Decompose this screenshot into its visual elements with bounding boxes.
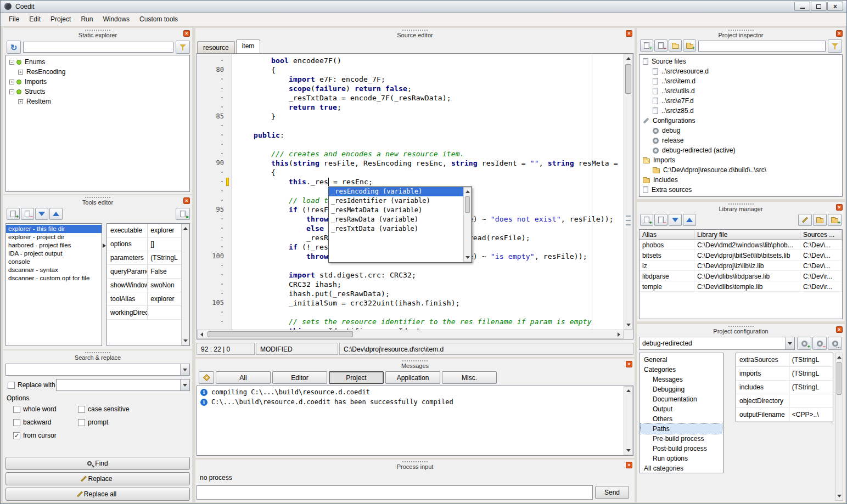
tool-list-item[interactable]: console — [6, 258, 102, 266]
menu-windows[interactable]: Windows — [98, 14, 134, 25]
project-tree-item[interactable]: Includes — [640, 175, 842, 185]
project-tree-item[interactable]: ..\src\z85.d — [640, 106, 842, 116]
add-folder-plus-button[interactable]: + — [683, 39, 696, 52]
category-item[interactable]: Documentation — [641, 394, 722, 404]
project-tree-item[interactable]: Imports — [640, 155, 842, 165]
checkbox-icon[interactable] — [78, 406, 85, 413]
tab-resource[interactable]: resource — [197, 41, 235, 53]
drag-grip-icon[interactable] — [728, 30, 754, 31]
option-checkbox-whole-word[interactable]: whole word — [13, 405, 78, 413]
drag-grip-icon[interactable] — [402, 461, 428, 462]
dropdown-button[interactable] — [180, 364, 189, 375]
category-item[interactable]: Output — [641, 404, 722, 414]
search-term-combo[interactable] — [5, 364, 190, 376]
scrollbar-thumb[interactable] — [625, 64, 631, 94]
category-item[interactable]: Debugging — [641, 384, 722, 394]
category-item[interactable]: Post-build process — [641, 444, 722, 454]
refresh-button[interactable]: ↻ — [7, 41, 21, 54]
code-line[interactable]: /// creates and encodes a new resource i… — [236, 149, 624, 158]
expand-expander-icon[interactable]: + — [18, 99, 23, 104]
remove-library-button[interactable]: − — [654, 214, 667, 226]
category-item[interactable]: Categories — [641, 365, 722, 375]
code-editor[interactable]: ·80····85····90····95····100····105··· b… — [197, 53, 633, 339]
project-tree-item[interactable]: release — [640, 135, 842, 145]
panel-header[interactable]: Source editor× — [195, 28, 635, 39]
menu-run[interactable]: Run — [76, 14, 98, 25]
code-line[interactable]: // sets the resource identifier to the r… — [236, 317, 624, 326]
category-item[interactable]: Pre-build process — [641, 434, 722, 444]
project-tree-item[interactable]: Source files — [640, 56, 842, 66]
configuration-options-button[interactable]: … — [828, 337, 842, 350]
checkbox-icon[interactable]: ✓ — [13, 432, 20, 439]
library-row[interactable]: izC:\Dev\dproj\iz\lib\iz.libC:\Dev\... — [640, 261, 842, 271]
property-value[interactable]: <CPP>..\ — [789, 408, 833, 421]
checkbox-icon[interactable] — [13, 419, 20, 426]
code-line[interactable]: bool encodee7F() — [236, 56, 624, 65]
completion-item[interactable]: _resIdentifier (variable) — [329, 196, 463, 206]
scroll-down-arrow[interactable] — [464, 253, 471, 262]
code-line[interactable]: scope(failure) return false; — [236, 84, 624, 93]
close-button[interactable]: × — [827, 2, 843, 11]
scrollbar-thumb[interactable] — [465, 196, 470, 213]
messages-scrollbar[interactable] — [624, 386, 633, 455]
drag-grip-icon[interactable] — [402, 30, 428, 31]
expand-expander-icon[interactable]: + — [18, 70, 23, 75]
add-source-button[interactable]: + — [640, 39, 653, 52]
code-line[interactable]: ihash.put(_resRawData); — [236, 289, 624, 298]
code-line[interactable]: CRC32 ihash; — [236, 280, 624, 289]
send-button[interactable]: Send — [595, 486, 629, 499]
menu-file[interactable]: File — [4, 14, 24, 25]
code-line[interactable]: this._res = resEnc; — [236, 177, 624, 186]
property-row[interactable]: workingDirect — [107, 306, 181, 320]
panel-header[interactable]: Tools editor× — [3, 195, 192, 206]
minimize-button[interactable] — [794, 2, 810, 11]
drag-grip-icon[interactable] — [85, 352, 110, 353]
grid-scrollbar[interactable] — [181, 224, 189, 346]
scroll-down-arrow[interactable] — [624, 321, 632, 329]
dropdown-button[interactable] — [785, 337, 794, 349]
remove-configuration-button[interactable]: − — [812, 337, 827, 350]
message-row[interactable]: icompiling C:\...\build\resource.d.coedi… — [197, 387, 624, 397]
property-value[interactable]: (TStringL — [789, 367, 833, 380]
menu-edit[interactable]: Edit — [24, 14, 46, 25]
code-line[interactable] — [236, 308, 624, 317]
completion-item[interactable]: _resRawData (variable) — [329, 215, 463, 224]
replace-button[interactable]: Replace — [5, 472, 190, 485]
collapse-expander-icon[interactable]: − — [9, 89, 14, 94]
close-panel-button[interactable]: × — [626, 361, 632, 367]
project-tree-item[interactable]: Configurations — [640, 116, 842, 126]
configuration-scrollbar[interactable] — [835, 353, 843, 501]
expand-expander-icon[interactable]: + — [9, 80, 14, 84]
project-tree-item[interactable]: ..\src\resource.d — [640, 66, 842, 76]
titlebar[interactable]: Coedit × — [1, 1, 846, 13]
column-header[interactable]: Library file — [694, 230, 800, 239]
configuration-combo[interactable]: debug-redirected — [639, 337, 795, 350]
tool-list-item[interactable]: explorer - this file dir — [6, 225, 102, 233]
property-row[interactable]: imports(TStringL — [736, 367, 833, 381]
drag-grip-icon[interactable] — [85, 30, 110, 31]
property-value[interactable]: (TStringL — [148, 251, 181, 264]
panel-header[interactable]: Library manager× — [637, 202, 845, 213]
close-panel-button[interactable]: × — [183, 197, 190, 204]
drag-grip-icon[interactable] — [728, 326, 754, 327]
filter-button[interactable] — [828, 39, 842, 53]
column-header[interactable]: Alias — [640, 230, 694, 239]
tree-item[interactable]: +ResEncoding — [6, 67, 189, 77]
checkbox-icon[interactable] — [13, 406, 20, 413]
library-row[interactable]: templeC:\Dev\dlibs\temple.libC:\Dev\r... — [640, 281, 842, 292]
completion-scrollbar[interactable] — [463, 187, 472, 262]
replace-with-checkbox[interactable]: Replace with — [8, 381, 55, 389]
scrollbar-thumb[interactable] — [207, 331, 353, 337]
panel-header[interactable]: Project inspector× — [637, 28, 845, 39]
find-button[interactable]: Find — [5, 457, 190, 470]
property-row[interactable]: extraSources(TStringL — [736, 353, 833, 367]
filter-editor[interactable]: Editor — [272, 371, 327, 384]
property-value[interactable] — [148, 306, 181, 319]
code-line[interactable]: _initialSum = crc322uint(ihash.finish); — [236, 298, 624, 308]
property-value[interactable]: (TStringL — [789, 381, 833, 394]
scroll-up-arrow[interactable] — [835, 353, 843, 361]
property-row[interactable]: showWindowsswoNon — [107, 279, 181, 292]
move-library-up-button[interactable] — [683, 214, 696, 226]
project-tree-item[interactable]: ..\src\item.d — [640, 76, 842, 86]
completion-item[interactable]: _resEncoding (variable) — [329, 187, 463, 196]
